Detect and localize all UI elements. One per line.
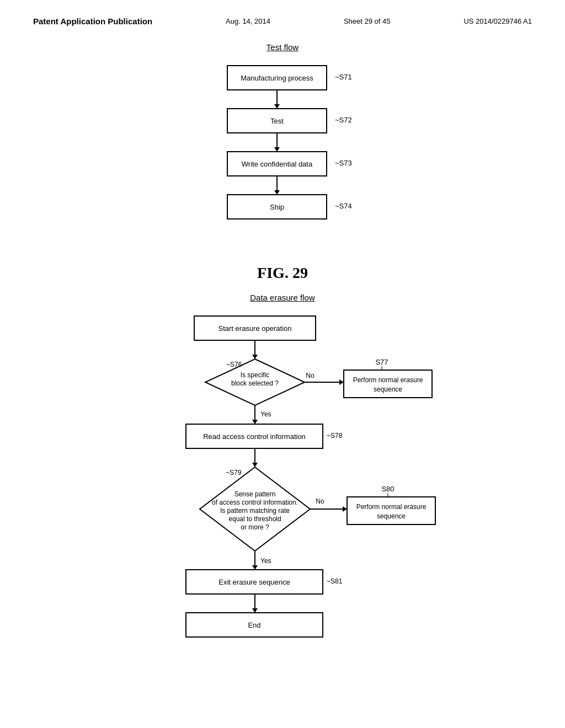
svg-text:Ship: Ship [270,203,284,211]
svg-marker-64 [252,608,258,613]
svg-text:~S72: ~S72 [335,116,352,124]
svg-rect-54 [347,497,435,524]
svg-text:sequence: sequence [377,512,406,520]
svg-text:S77: S77 [375,358,388,366]
svg-text:Read access control informatio: Read access control information [203,432,306,441]
header: Patent Application Publication Aug. 14, … [33,17,532,26]
svg-text:Perform normal erasure: Perform normal erasure [356,503,427,511]
svg-text:equal to threshold: equal to threshold [228,515,281,523]
svg-text:~S74: ~S74 [335,202,352,210]
svg-text:Manufacturing process: Manufacturing process [241,74,313,82]
fig29-diagram: Manufacturing process ~S71 Test ~S72 Wri… [150,60,415,259]
svg-text:Yes: Yes [260,410,271,418]
svg-text:~S78: ~S78 [327,432,343,440]
svg-text:of access control information.: of access control information. [212,499,298,506]
svg-marker-27 [339,379,344,385]
svg-marker-14 [274,190,280,195]
svg-text:~S73: ~S73 [335,159,352,167]
svg-text:~S76: ~S76 [226,361,242,368]
publication-date: Aug. 14, 2014 [226,17,270,25]
svg-text:sequence: sequence [374,386,402,393]
svg-marker-9 [274,147,280,152]
svg-text:~S71: ~S71 [335,73,352,81]
svg-text:No: No [306,372,315,379]
fig30-section: Data erasure flow Start erasure operatio… [33,293,532,728]
svg-marker-58 [252,565,258,570]
svg-marker-21 [252,355,258,359]
svg-text:Is specific: Is specific [241,371,270,379]
svg-marker-4 [274,104,280,109]
svg-text:Exit erasure sequence: Exit erasure sequence [218,578,290,586]
svg-text:Test: Test [270,117,284,125]
fig29-label: FIG. 29 [257,264,308,282]
svg-text:Yes: Yes [260,557,271,565]
svg-marker-50 [343,506,347,512]
patent-number: US 2014/0229746 A1 [463,17,532,25]
svg-text:Is pattern matching rate: Is pattern matching rate [220,507,290,515]
svg-text:or more ?: or more ? [241,523,269,531]
fig30-title: Data erasure flow [250,293,315,302]
svg-text:S80: S80 [381,485,394,493]
svg-rect-31 [344,370,432,398]
fig30-diagram: Start erasure operation Is specific bloc… [89,311,476,728]
fig29-section: Test flow Manufacturing process ~S71 Tes… [33,42,532,282]
page: Patent Application Publication Aug. 14, … [0,0,565,728]
svg-text:block selected ?: block selected ? [231,379,279,387]
svg-text:Start erasure operation: Start erasure operation [218,324,292,333]
publication-title: Patent Application Publication [33,17,152,26]
svg-marker-35 [252,420,258,424]
svg-text:~S79: ~S79 [226,469,242,477]
sheet-info: Sheet 29 of 45 [344,17,391,25]
svg-text:No: No [316,497,324,505]
svg-text:Write confidential data: Write confidential data [242,160,313,168]
svg-text:End: End [248,621,260,629]
svg-text:Perform normal erasure: Perform normal erasure [353,376,423,384]
svg-text:~S81: ~S81 [327,577,343,585]
svg-text:Sense pattern: Sense pattern [234,490,276,498]
fig29-title: Test flow [266,42,299,52]
